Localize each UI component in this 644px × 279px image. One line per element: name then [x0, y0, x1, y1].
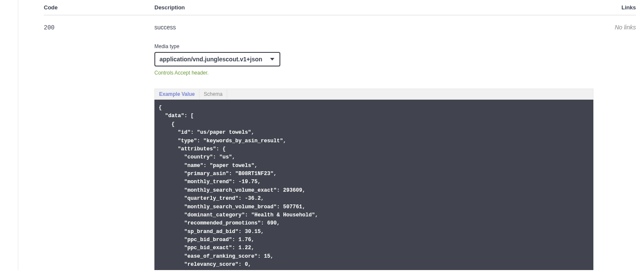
- header-code: Code: [44, 4, 154, 11]
- response-description: success: [154, 24, 593, 31]
- media-type-select[interactable]: application/vnd.junglescout.v1+json: [154, 52, 280, 66]
- responses-table-header: Code Description Links: [44, 0, 636, 15]
- no-links-text: No links: [615, 24, 636, 31]
- response-code-cell: 200: [44, 24, 154, 270]
- responses-table: Code Description Links 200 success Media…: [44, 0, 636, 270]
- header-description: Description: [154, 4, 593, 11]
- example-json: { "data": [ { "id": "us/paper towels", "…: [159, 104, 589, 269]
- example-code-block[interactable]: { "data": [ { "id": "us/paper towels", "…: [154, 100, 593, 270]
- media-type-select-wrap: application/vnd.junglescout.v1+json: [154, 52, 280, 66]
- tab-schema[interactable]: Schema: [199, 89, 227, 99]
- example-schema-tabs: Example Value Schema: [154, 89, 593, 100]
- response-description-cell: success Media type application/vnd.jungl…: [154, 24, 593, 270]
- accept-header-hint: Controls Accept header.: [154, 70, 593, 76]
- responses-section: Code Description Links 200 success Media…: [18, 0, 644, 270]
- tab-example-value[interactable]: Example Value: [155, 89, 199, 99]
- response-code: 200: [44, 24, 54, 31]
- response-links-cell: No links: [593, 24, 636, 270]
- media-type-label: Media type: [154, 43, 593, 49]
- response-row-200: 200 success Media type application/vnd.j…: [44, 15, 636, 270]
- header-links: Links: [593, 4, 636, 11]
